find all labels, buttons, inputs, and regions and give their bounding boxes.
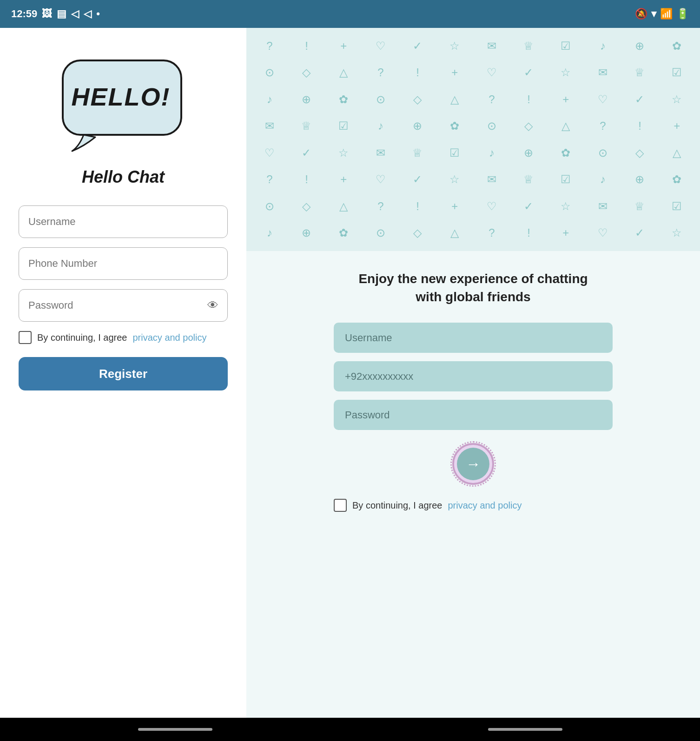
password-group: 👁 [19,289,228,322]
pattern-icon: ◇ [399,86,436,113]
privacy-link[interactable]: privacy and policy [132,332,206,343]
pattern-icon: ☆ [547,60,584,86]
pattern-icon: ! [399,60,436,86]
right-phone-input[interactable] [334,361,613,391]
pattern-icon: ? [251,33,288,60]
pattern-icon: ♕ [399,139,436,166]
mute-icon: 🔕 [635,8,647,20]
pattern-icon: ♪ [584,33,621,60]
pattern-icon: ✿ [658,166,695,193]
menu-icon: ▤ [57,8,66,20]
notification-icon: 🖼 [42,8,52,20]
pattern-icon: + [436,193,473,220]
pattern-icon: ! [288,33,325,60]
phone-group [19,247,228,280]
eye-icon[interactable]: 👁 [207,299,218,312]
pattern-icon: ? [473,86,510,113]
pattern-icon: ✓ [621,86,659,113]
pattern-icon: ☑ [547,166,584,193]
pattern-icon: + [325,166,362,193]
pattern-icon: ✿ [325,86,362,113]
app-title: Hello Chat [82,167,165,187]
home-indicator-left[interactable] [138,728,212,731]
pattern-icon: ☆ [547,193,584,220]
pattern-icon: ⊕ [510,139,548,166]
pattern-icon: ♡ [362,166,399,193]
pattern-icon: ⊕ [288,86,325,113]
circle-arrow-button[interactable]: → [452,443,494,485]
pattern-icon: ☑ [325,113,362,140]
pattern-grid: ?!+♡✓☆✉♕☑♪⊕✿⊙◇△?!+♡✓☆✉♕☑♪⊕✿⊙◇△?!+♡✓☆✉♕☑♪… [246,28,700,251]
right-username-input[interactable] [334,323,613,353]
pattern-icon: △ [325,193,362,220]
phone-input[interactable] [19,247,228,280]
pattern-icon: ☆ [436,33,473,60]
home-indicator-right[interactable] [488,728,562,731]
pattern-icon: ✉ [473,33,510,60]
right-agree-label: By continuing, I agree [352,500,442,511]
bubble-svg: HELLO! [58,56,188,153]
pattern-icon: ☑ [547,33,584,60]
pattern-icon: ♡ [473,60,510,86]
pattern-icon: ☆ [658,220,695,247]
agree-row: By continuing, I agree privacy and polic… [19,331,228,344]
pattern-icon: ✓ [288,139,325,166]
battery-icon: 🔋 [676,8,689,20]
username-group [19,205,228,238]
pattern-icon: ✓ [510,60,548,86]
pattern-icon: ! [288,166,325,193]
pattern-icon: ✉ [584,60,621,86]
status-bar-right: 🔕 ▾ 📶 🔋 [635,8,689,20]
pattern-icon: + [436,60,473,86]
pattern-icon: ✉ [362,139,399,166]
pattern-icon: ◇ [510,113,548,140]
pattern-icon: + [658,113,695,140]
dot-icon: • [96,8,100,20]
right-privacy-link[interactable]: privacy and policy [448,500,522,511]
register-button[interactable]: Register [19,357,228,390]
pattern-icon: ♪ [362,113,399,140]
pattern-icon: ♕ [621,193,659,220]
pattern-icon: ! [510,86,548,113]
pattern-icon: ◇ [399,220,436,247]
pattern-icon: ☑ [658,60,695,86]
pattern-icon: ♕ [621,60,659,86]
password-input[interactable] [19,289,228,322]
pattern-icon: ♡ [473,193,510,220]
pattern-icon: ✿ [436,113,473,140]
hello-bubble: HELLO! [58,56,188,149]
pattern-icon: + [547,86,584,113]
pattern-icon: ♪ [473,139,510,166]
pattern-icon: ⊙ [251,60,288,86]
pattern-icon: ? [362,193,399,220]
right-tagline: Enjoy the new experience of chattingwith… [358,270,588,306]
pattern-icon: ? [251,166,288,193]
pattern-icon: △ [547,113,584,140]
pattern-icon: ✿ [547,139,584,166]
pattern-icon: ♡ [251,139,288,166]
pattern-icon: ⊕ [399,113,436,140]
pattern-icon: ☑ [436,139,473,166]
agree-label: By continuing, I agree [37,332,127,343]
username-input[interactable] [19,205,228,238]
pattern-icon: ✓ [399,33,436,60]
svg-text:HELLO!: HELLO! [72,83,171,111]
pattern-icon: ◇ [288,60,325,86]
pattern-icon: ✓ [621,220,659,247]
right-panel: ?!+♡✓☆✉♕☑♪⊕✿⊙◇△?!+♡✓☆✉♕☑♪⊕✿⊙◇△?!+♡✓☆✉♕☑♪… [246,28,700,718]
status-bar: 12:59 🖼 ▤ ◁ ◁ • 🔕 ▾ 📶 🔋 [0,0,700,28]
right-agree-checkbox[interactable] [334,499,347,512]
pattern-icon: ⊙ [362,86,399,113]
pattern-icon: ⊙ [473,113,510,140]
pattern-icon: ✉ [473,166,510,193]
agree-checkbox[interactable] [19,331,32,344]
pattern-icon: ✓ [510,193,548,220]
pattern-icon: △ [658,139,695,166]
right-password-input[interactable] [334,400,613,430]
pattern-icon: ☆ [436,166,473,193]
pattern-icon: + [547,220,584,247]
bottom-bar [0,718,700,741]
left-panel: HELLO! Hello Chat 👁 By continuing, I agr… [0,28,246,718]
status-bar-left: 12:59 🖼 ▤ ◁ ◁ • [11,8,100,20]
pattern-icon: ! [621,113,659,140]
